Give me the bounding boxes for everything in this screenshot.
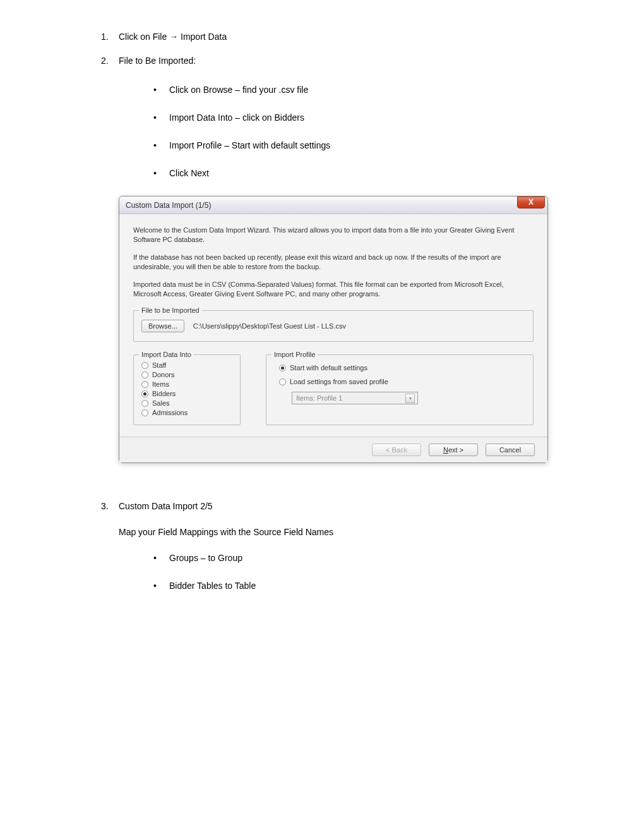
bullet-item: • Click Next [153, 168, 548, 178]
radio-load-profile[interactable]: Load settings from saved profile [279, 378, 524, 385]
dialog-title: Custom Data Import (1/5) [126, 201, 211, 210]
profile-select-value: Items: Profile 1 [296, 394, 342, 402]
radio-label: Admissions [152, 409, 188, 416]
import-wizard-dialog: Custom Data Import (1/5) X Welcome to th… [119, 196, 548, 463]
radio-icon [141, 362, 148, 369]
step-text-prefix: Click on File [119, 32, 169, 42]
radio-icon [141, 381, 148, 388]
step-number: 1. [101, 32, 119, 42]
fieldset-legend: Import Profile [271, 351, 318, 358]
radio-default-settings[interactable]: Start with default settings [279, 364, 524, 372]
dialog-body: Welcome to the Custom Data Import Wizard… [119, 214, 547, 437]
bullet-icon: • [153, 168, 169, 178]
radio-admissions[interactable]: Admissions [141, 409, 232, 416]
dialog-footer: < Back Next > Cancel [119, 437, 547, 462]
radio-label: Items [152, 380, 169, 388]
radio-label: Staff [152, 361, 166, 369]
intro-paragraph-1: Welcome to the Custom Data Import Wizard… [133, 226, 534, 245]
step-content: Custom Data Import 2/5 Map your Field Ma… [119, 501, 543, 608]
bullet-text: Bidder Tables to Table [169, 581, 256, 591]
step-number: 3. [101, 501, 119, 608]
next-label-suffix: ext > [448, 446, 463, 454]
radio-label: Start with default settings [290, 364, 367, 372]
bullet-text: Import Profile – Start with default sett… [169, 140, 330, 150]
import-into-fieldset: Import Data Into Staff Donors [133, 354, 241, 425]
browse-button[interactable]: Browse... [141, 320, 184, 332]
profile-select[interactable]: Items: Profile 1 ▾ [292, 392, 418, 404]
bullet-item: • Groups – to Group [153, 553, 543, 563]
back-button[interactable]: < Back [372, 444, 421, 456]
step-content: Click on File → Import Data [119, 32, 543, 42]
radio-icon [141, 390, 148, 397]
radio-label: Sales [152, 399, 170, 407]
radio-bidders[interactable]: Bidders [141, 390, 232, 397]
close-icon: X [528, 198, 534, 207]
step-3: 3. Custom Data Import 2/5 Map your Field… [101, 501, 543, 608]
radio-label: Donors [152, 371, 174, 378]
bullet-icon: • [153, 112, 169, 123]
bullet-text: Click on Browse – find your .csv file [169, 85, 308, 95]
radio-icon [141, 409, 148, 416]
arrow-icon: → [169, 32, 178, 42]
step-number: 2. [101, 56, 119, 487]
bullet-icon: • [153, 553, 169, 563]
step-title: File to Be Imported: [119, 56, 548, 66]
bullet-icon: • [153, 140, 169, 150]
radio-staff[interactable]: Staff [141, 361, 232, 369]
bullet-item: • Click on Browse – find your .csv file [153, 85, 548, 95]
fieldset-legend: File to be Imported [139, 306, 202, 314]
step-1: 1. Click on File → Import Data [101, 32, 543, 42]
step-content: File to Be Imported: • Click on Browse –… [119, 56, 548, 487]
dialog-screenshot: Custom Data Import (1/5) X Welcome to th… [119, 196, 548, 463]
file-path-text: C:\Users\slippy\Desktop\Test Guest List … [193, 322, 346, 330]
radio-icon [141, 400, 148, 407]
radio-label: Load settings from saved profile [290, 378, 388, 385]
intro-paragraph-2: If the database has not been backed up r… [133, 253, 534, 272]
radio-icon [141, 372, 148, 378]
bullet-icon: • [153, 581, 169, 591]
bullet-icon: • [153, 85, 169, 95]
radio-icon [279, 378, 286, 385]
step-intro-text: Map your Field Mappings with the Source … [119, 527, 543, 537]
import-profile-fieldset: Import Profile Start with default settin… [266, 354, 534, 425]
bullet-item: • Import Data Into – click on Bidders [153, 112, 548, 123]
bullet-text: Groups – to Group [169, 553, 242, 563]
chevron-down-icon: ▾ [405, 394, 415, 403]
radio-icon [279, 365, 286, 372]
radio-donors[interactable]: Donors [141, 371, 232, 378]
bullet-text: Import Data Into – click on Bidders [169, 112, 304, 123]
fieldset-legend: Import Data Into [139, 351, 194, 358]
cancel-button[interactable]: Cancel [486, 444, 535, 456]
next-button[interactable]: Next > [429, 444, 478, 456]
bullet-item: • Bidder Tables to Table [153, 581, 543, 591]
bullet-item: • Import Profile – Start with default se… [153, 140, 548, 150]
step-text-suffix: Import Data [178, 32, 227, 42]
bullet-text: Click Next [169, 168, 209, 178]
step-2: 2. File to Be Imported: • Click on Brows… [101, 56, 543, 487]
radio-label: Bidders [152, 390, 176, 397]
radio-items[interactable]: Items [141, 380, 232, 388]
radio-sales[interactable]: Sales [141, 399, 232, 407]
step-title: Custom Data Import 2/5 [119, 501, 543, 511]
dialog-titlebar: Custom Data Import (1/5) X [119, 196, 547, 214]
close-button[interactable]: X [517, 196, 545, 208]
intro-paragraph-3: Imported data must be in CSV (Comma-Sepa… [133, 280, 534, 299]
file-fieldset: File to be Imported Browse... C:\Users\s… [133, 310, 534, 342]
